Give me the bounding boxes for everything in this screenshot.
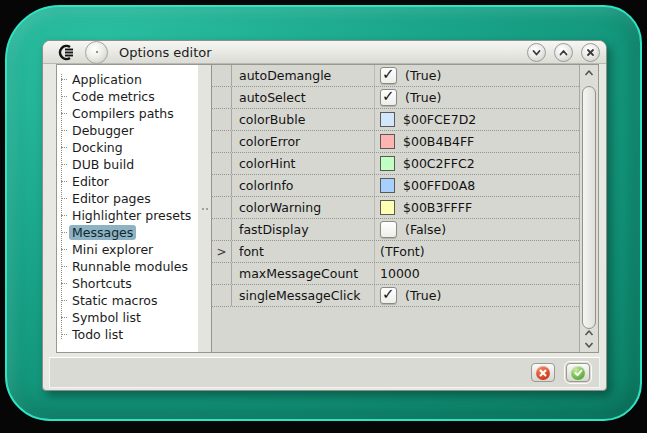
property-name: fastDisplay (232, 219, 375, 240)
sidebar-item-runnable-modules[interactable]: Runnable modules (57, 258, 198, 275)
chevron-down-icon (531, 47, 542, 58)
sidebar-item-editor[interactable]: Editor (57, 173, 198, 190)
row-marker (212, 87, 232, 108)
property-value-cell[interactable]: (False) (375, 219, 579, 240)
sidebar-item-label: Docking (69, 140, 126, 155)
sidebar-item-debugger[interactable]: Debugger (57, 122, 198, 139)
sidebar-item-label: Application (69, 72, 145, 87)
sidebar-item-label: Runnable modules (69, 259, 191, 274)
color-swatch-icon[interactable] (380, 134, 395, 149)
window-menu-button[interactable] (85, 41, 108, 64)
sidebar-item-docking[interactable]: Docking (57, 139, 198, 156)
property-value-cell[interactable]: (True) (375, 65, 579, 86)
property-value-cell[interactable]: $00B4B4FF (375, 131, 579, 152)
sidebar-item-symbol-list[interactable]: Symbol list (57, 309, 198, 326)
property-value-cell[interactable]: 10000 (375, 263, 579, 284)
property-value-text: (True) (405, 288, 441, 303)
minimize-button[interactable] (527, 43, 546, 62)
scroll-up-button[interactable] (580, 67, 598, 79)
sidebar-item-mini-explorer[interactable]: Mini explorer (57, 241, 198, 258)
color-swatch-icon[interactable] (380, 156, 395, 171)
sidebar-item-editor-pages[interactable]: Editor pages (57, 190, 198, 207)
category-tree[interactable]: ApplicationCode metricsCompilers pathsDe… (57, 65, 198, 352)
main-content: ApplicationCode metricsCompilers pathsDe… (56, 64, 599, 353)
sidebar-item-label: Messages (69, 225, 136, 240)
window-title: Options editor (119, 45, 212, 60)
sidebar-item-label: Symbol list (69, 310, 144, 325)
checkbox-checked-icon[interactable] (380, 287, 397, 304)
property-row-colorBuble[interactable]: colorBuble$00FCE7D2 (212, 109, 579, 131)
property-value-text: $00C2FFC2 (403, 156, 475, 171)
property-row-autoSelect[interactable]: autoSelect(True) (212, 87, 579, 109)
scrollbar-thumb[interactable] (582, 86, 596, 329)
property-row-autoDemangle[interactable]: autoDemangle(True) (212, 65, 579, 87)
row-marker (212, 131, 232, 152)
property-row-maxMessageCount[interactable]: maxMessageCount10000 (212, 263, 579, 285)
property-value-cell[interactable]: $00FCE7D2 (375, 109, 579, 130)
property-value-text: 10000 (380, 266, 420, 281)
checkbox-unchecked-icon[interactable] (380, 221, 397, 238)
sidebar-item-highlighter-presets[interactable]: Highlighter presets (57, 207, 198, 224)
property-row-colorWarning[interactable]: colorWarning$00B3FFFF (212, 197, 579, 219)
property-name: autoDemangle (232, 65, 375, 86)
checkbox-checked-icon[interactable] (380, 67, 397, 84)
property-row-font[interactable]: >font(TFont) (212, 241, 579, 263)
property-row-singleMessageClick[interactable]: singleMessageClick(True) (212, 285, 579, 307)
sidebar-item-label: Todo list (69, 327, 126, 342)
sidebar-item-label: Editor (69, 174, 112, 189)
chevron-up-icon (558, 47, 569, 58)
scroll-up-button-bottom[interactable] (580, 327, 598, 339)
property-row-colorInfo[interactable]: colorInfo$00FFD0A8 (212, 175, 579, 197)
sidebar-item-label: Mini explorer (69, 242, 156, 257)
property-value-cell[interactable]: (True) (375, 87, 579, 108)
property-value-cell[interactable]: $00FFD0A8 (375, 175, 579, 196)
row-marker (212, 65, 232, 86)
sidebar-item-label: Highlighter presets (69, 208, 194, 223)
property-value-text: (False) (405, 222, 446, 237)
property-name: singleMessageClick (232, 285, 375, 306)
property-value-text: $00FCE7D2 (403, 112, 476, 127)
accept-button[interactable] (566, 363, 590, 382)
property-row-fastDisplay[interactable]: fastDisplay(False) (212, 219, 579, 241)
property-name: colorInfo (232, 175, 375, 196)
sidebar-item-code-metrics[interactable]: Code metrics (57, 88, 198, 105)
property-value-text: $00B3FFFF (403, 200, 472, 215)
property-value-cell[interactable]: $00B3FFFF (375, 197, 579, 218)
color-swatch-icon[interactable] (380, 112, 395, 127)
checkbox-checked-icon[interactable] (380, 89, 397, 106)
cancel-button[interactable] (531, 363, 555, 382)
close-button[interactable] (581, 43, 600, 62)
sidebar-item-todo-list[interactable]: Todo list (57, 326, 198, 343)
titlebar-buttons (527, 43, 602, 62)
property-value-cell[interactable]: $00C2FFC2 (375, 153, 579, 174)
sidebar-item-label: Code metrics (69, 89, 158, 104)
color-swatch-icon[interactable] (380, 200, 395, 215)
vertical-scrollbar[interactable] (579, 65, 598, 352)
panel-splitter[interactable] (198, 65, 211, 352)
property-name: colorHint (232, 153, 375, 174)
property-value-text: (True) (405, 90, 441, 105)
maximize-button[interactable] (554, 43, 573, 62)
property-value-text: $00B4B4FF (403, 134, 474, 149)
sidebar-item-label: Debugger (69, 123, 137, 138)
row-marker (212, 109, 232, 130)
sidebar-item-label: DUB build (69, 157, 137, 172)
titlebar[interactable]: Options editor (43, 41, 606, 64)
sidebar-item-static-macros[interactable]: Static macros (57, 292, 198, 309)
sidebar-item-application[interactable]: Application (57, 71, 198, 88)
property-value-text: (True) (405, 68, 441, 83)
property-value-cell[interactable]: (TFont) (375, 241, 579, 262)
sidebar-item-shortcuts[interactable]: Shortcuts (57, 275, 198, 292)
property-row-colorHint[interactable]: colorHint$00C2FFC2 (212, 153, 579, 175)
property-value-cell[interactable]: (True) (375, 285, 579, 306)
property-name: font (232, 241, 375, 262)
scroll-down-button[interactable] (580, 339, 598, 351)
chevron-up-icon (584, 329, 594, 337)
sidebar-item-messages[interactable]: Messages (57, 224, 198, 241)
row-marker (212, 197, 232, 218)
property-row-colorError[interactable]: colorError$00B4B4FF (212, 131, 579, 153)
property-name: colorWarning (232, 197, 375, 218)
color-swatch-icon[interactable] (380, 178, 395, 193)
sidebar-item-dub-build[interactable]: DUB build (57, 156, 198, 173)
sidebar-item-compilers-paths[interactable]: Compilers paths (57, 105, 198, 122)
